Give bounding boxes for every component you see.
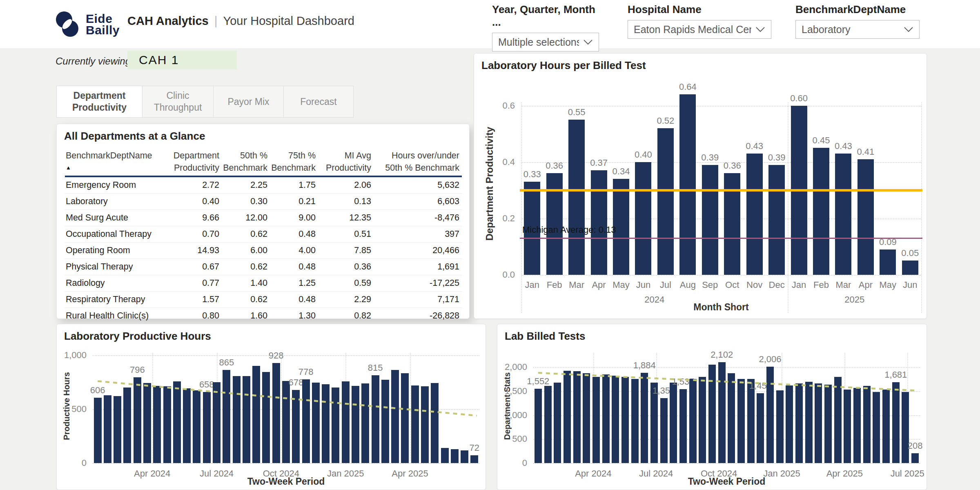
bar[interactable] — [699, 377, 706, 463]
bar[interactable] — [602, 374, 610, 463]
bar[interactable] — [660, 398, 668, 463]
bar[interactable] — [134, 377, 141, 463]
bar[interactable] — [361, 383, 369, 463]
bar[interactable] — [544, 386, 552, 463]
bar[interactable] — [322, 384, 330, 463]
bar[interactable] — [718, 362, 726, 463]
bar[interactable] — [679, 94, 696, 275]
bar[interactable] — [737, 379, 745, 463]
bar[interactable] — [573, 371, 581, 463]
bar[interactable] — [631, 379, 639, 463]
date-slicer-dropdown[interactable]: Multiple selections — [492, 33, 599, 51]
table-row[interactable]: Med Surg Acute9.6612.009.0012.35-8,476 — [65, 210, 462, 226]
col-benchmarkdeptname[interactable]: BenchmarkDeptName▲ — [65, 147, 168, 176]
bar[interactable] — [911, 453, 919, 463]
bar[interactable] — [858, 159, 874, 275]
bar[interactable] — [431, 383, 439, 463]
tab-payor-mix[interactable]: Payor Mix — [214, 86, 284, 118]
bar[interactable] — [312, 383, 320, 463]
bar[interactable] — [679, 389, 687, 463]
bar[interactable] — [546, 173, 563, 275]
bar[interactable] — [213, 382, 220, 463]
bar[interactable] — [805, 382, 813, 463]
table-row[interactable]: Emergency Room2.722.251.752.065,632 — [65, 177, 462, 194]
bar[interactable] — [768, 165, 785, 275]
bar[interactable] — [173, 381, 181, 463]
bar[interactable] — [863, 386, 871, 463]
dept-slicer-dropdown[interactable]: Laboratory — [795, 20, 920, 39]
bar[interactable] — [873, 392, 880, 463]
tab-forecast[interactable]: Forecast — [284, 86, 354, 118]
bar[interactable] — [568, 120, 585, 275]
bar[interactable] — [441, 448, 449, 463]
bar[interactable] — [728, 373, 735, 463]
bar[interactable] — [104, 395, 111, 463]
bar[interactable] — [815, 383, 822, 463]
bar[interactable] — [702, 165, 718, 275]
table-row[interactable]: Occupational Therapy0.700.620.480.51397 — [65, 226, 462, 243]
bar[interactable] — [183, 388, 191, 463]
table-row[interactable]: Rural Health Clinic(s)0.801.601.300.82-2… — [65, 308, 462, 324]
bar[interactable] — [813, 148, 829, 275]
bar[interactable] — [583, 373, 590, 463]
bar[interactable] — [342, 381, 350, 463]
bar[interactable] — [844, 390, 851, 463]
bar[interactable] — [902, 392, 909, 463]
bar[interactable] — [689, 379, 697, 463]
col-75th-benchmark[interactable]: 75th % Benchmark — [270, 147, 318, 176]
bar[interactable] — [835, 154, 851, 275]
bar[interactable] — [203, 392, 211, 463]
bar[interactable] — [591, 170, 607, 275]
col-mi-avg-productivity[interactable]: MI Avg Productivity — [318, 147, 374, 176]
bar[interactable] — [853, 388, 861, 463]
bar[interactable] — [372, 375, 379, 463]
bar[interactable] — [292, 390, 300, 463]
bar[interactable] — [381, 380, 389, 463]
bar[interactable] — [411, 385, 419, 463]
bar[interactable] — [746, 154, 763, 275]
bar[interactable] — [621, 377, 629, 463]
col-hours-over-under[interactable]: Hours over/under 50th % Benchmark — [374, 147, 462, 176]
bar[interactable] — [657, 128, 674, 275]
bar[interactable] — [143, 383, 151, 463]
bar[interactable] — [470, 455, 478, 463]
bar[interactable] — [554, 383, 561, 463]
bar[interactable] — [786, 385, 793, 463]
bar[interactable] — [612, 376, 619, 463]
bar[interactable] — [401, 373, 409, 463]
bar[interactable] — [223, 370, 230, 463]
bar[interactable] — [262, 372, 270, 463]
bar[interactable] — [282, 381, 290, 463]
bar[interactable] — [834, 377, 842, 463]
table-row[interactable]: Operating Room14.936.004.007.8520,466 — [65, 243, 462, 259]
tab-department-productivity[interactable]: Department Productivity — [56, 86, 143, 118]
bar[interactable] — [670, 383, 677, 463]
col-50th-benchmark[interactable]: 50th % Benchmark — [222, 147, 270, 176]
bar[interactable] — [302, 379, 310, 463]
bar[interactable] — [635, 162, 651, 275]
bar[interactable] — [163, 386, 171, 463]
tab-clinic-throughput[interactable]: Clinic Throughput — [143, 86, 214, 118]
bar[interactable] — [757, 393, 764, 463]
bar[interactable] — [233, 376, 241, 463]
table-row[interactable]: Laboratory0.400.300.210.136,603 — [65, 194, 462, 210]
bar[interactable] — [94, 398, 102, 463]
table-row[interactable]: Respiratory Therapy1.570.620.482.297,171 — [65, 292, 462, 308]
bar[interactable] — [902, 261, 918, 275]
bar[interactable] — [391, 370, 399, 463]
bar[interactable] — [332, 388, 339, 463]
col-department-productivity[interactable]: Department Productivity — [168, 147, 222, 176]
bar[interactable] — [252, 366, 260, 463]
table-row[interactable]: Physical Therapy0.670.620.480.361,691 — [65, 259, 462, 275]
bar[interactable] — [123, 388, 131, 463]
bar[interactable] — [114, 396, 121, 463]
bar[interactable] — [824, 385, 832, 463]
bar[interactable] — [564, 371, 571, 463]
bar[interactable] — [193, 390, 200, 463]
bar[interactable] — [766, 367, 774, 463]
bar[interactable] — [724, 173, 740, 275]
hospital-slicer-dropdown[interactable]: Eaton Rapids Medical Center — [628, 20, 771, 39]
bar[interactable] — [535, 389, 542, 463]
table-row[interactable]: Radiology0.771.401.250.59-17,225 — [65, 275, 462, 292]
bar[interactable] — [243, 376, 250, 463]
